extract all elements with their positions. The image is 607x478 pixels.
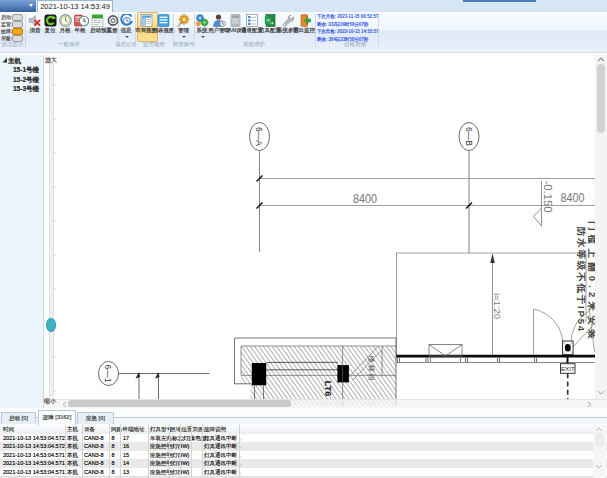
svg-text:6—1: 6—1: [103, 365, 113, 383]
svg-text:EXIT: EXIT: [561, 365, 575, 372]
svg-text:8400: 8400: [353, 192, 377, 206]
svg-text:8400: 8400: [561, 191, 585, 205]
svg-text:防水等级不低于IP54: 防水等级不低于IP54: [576, 227, 587, 333]
svg-text:i=1:20: i=1:20: [492, 293, 503, 319]
svg-text:LT6: LT6: [323, 381, 333, 396]
svg-text:6—B: 6—B: [464, 127, 474, 146]
svg-text:-0.150: -0.150: [542, 181, 553, 213]
svg-text:楼梯间: 楼梯间: [367, 356, 375, 383]
svg-text:6—A: 6—A: [254, 127, 264, 146]
